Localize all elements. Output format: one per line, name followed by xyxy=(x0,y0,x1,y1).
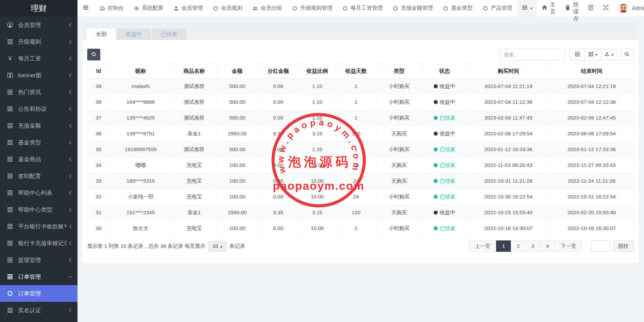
toggle-view-button[interactable] xyxy=(570,49,585,60)
sidebar-item-11[interactable]: 帮助中心类型 xyxy=(0,201,77,218)
home-button[interactable]: 主页 xyxy=(537,0,560,16)
page-jump-input[interactable] xyxy=(591,240,610,252)
record-summary-suffix: 条记录 xyxy=(229,243,245,250)
user-menu[interactable]: Admin xyxy=(613,0,644,16)
sidebar-item-5[interactable]: 公告和协议 xyxy=(0,100,77,117)
topmenu-more-dropdown[interactable]: ▾ xyxy=(517,0,537,16)
sidebar-item-13[interactable]: 银行卡充值审核记录 xyxy=(0,235,77,251)
tab-0[interactable]: 全部 xyxy=(87,29,116,40)
page-button-1[interactable]: 1 xyxy=(496,240,511,252)
status-dot xyxy=(434,84,438,88)
export-dropdown-button[interactable]: ▾ xyxy=(601,49,617,60)
table-row-33[interactable]: 33180****5315充电宝100.000.0010.0024天购买已结束2… xyxy=(88,173,634,189)
table-row-38[interactable]: 38144****6666测试推荐500.000.001.101小时购买收益中2… xyxy=(88,94,634,110)
fullscreen-button[interactable] xyxy=(598,0,613,16)
status-badge: 已结束 xyxy=(440,194,455,199)
column-header-7: 类型 xyxy=(376,64,422,79)
columns-dropdown-button[interactable]: ▾ xyxy=(585,49,601,60)
cell-end_time: 2023-07-04 12:12:36 xyxy=(550,94,633,110)
topnav-item-label: 控制台 xyxy=(108,5,124,12)
topnav-item-3[interactable]: 会员规则 xyxy=(208,0,248,16)
table-row-30[interactable]: 30徐大大充电宝100.000.0010.002小时购买已结束2022-10-1… xyxy=(88,221,634,236)
cell-nickname: 144****6666 xyxy=(110,94,171,110)
cell-status: 收益中 xyxy=(422,79,467,94)
cell-dividend: 0.00 xyxy=(258,157,299,173)
columns-icon xyxy=(6,72,14,79)
refresh-button[interactable] xyxy=(87,49,100,60)
cell-product: 基金1 xyxy=(171,205,217,221)
table-row-35[interactable]: 3518188997555测试推荐500.000.001.101小时购买已结束2… xyxy=(88,142,634,157)
yen-icon: ¥ xyxy=(6,55,14,62)
table-row-31[interactable]: 31151****2345基金12950.009.353.15120天购买收益中… xyxy=(88,205,634,221)
topnav-item-6[interactable]: 每月工资管理 xyxy=(337,0,388,16)
view-button-group: ▾ ▾ xyxy=(570,49,617,60)
next-page-button[interactable]: 下一页 xyxy=(555,240,583,252)
page-button-3[interactable]: 3 xyxy=(525,240,540,252)
cell-product: 充电宝 xyxy=(171,189,217,205)
prev-page-button[interactable]: 上一页 xyxy=(469,240,497,252)
table-row-32[interactable]: 32小泉纯一郎充电宝100.000.0010.0024小时购买已结束2022-1… xyxy=(88,189,634,205)
chevron-left-icon xyxy=(68,140,72,145)
cell-days: 24 xyxy=(336,189,376,205)
topnav-item-0[interactable]: 控制台 xyxy=(95,0,129,16)
cell-end_time: 2023-06-06 17:09:54 xyxy=(550,126,633,142)
sidebar-toggle-button[interactable] xyxy=(77,0,95,16)
sidebar-item-7[interactable]: 基金类型 xyxy=(0,134,77,151)
cell-id: 33 xyxy=(88,173,110,189)
sidebar-item-14[interactable]: 提现管理 xyxy=(0,251,77,268)
page-button-4[interactable]: 4 xyxy=(540,240,555,252)
cell-type: 天购买 xyxy=(376,126,422,142)
language-button[interactable] xyxy=(583,0,598,16)
hamburger-icon xyxy=(522,5,528,12)
cell-id: 34 xyxy=(88,157,110,173)
cell-id: 39 xyxy=(88,79,110,94)
sidebar-item-label: 公告和协议 xyxy=(18,105,66,113)
toolbar-right: ▾ ▾ xyxy=(499,49,634,60)
sidebar-item-16-sub[interactable]: 订单管理 xyxy=(0,285,77,302)
sidebar-item-10[interactable]: 帮助中心列表 xyxy=(0,184,77,201)
chevron-left-icon xyxy=(68,174,72,178)
tab-1[interactable]: 收益中 xyxy=(117,29,151,40)
sidebar-item-17[interactable]: 实名认证 xyxy=(0,302,77,319)
table-row-36[interactable]: 36138****6751基金12950.009.353.15120天购买收益中… xyxy=(88,126,634,142)
status-badge: 收益中 xyxy=(440,210,455,215)
page-jump-button[interactable]: 跳转 xyxy=(613,240,634,252)
sidebar-item-8[interactable]: 基金商品 xyxy=(0,151,77,168)
topnav-item-5[interactable]: 升级规则管理 xyxy=(287,0,337,16)
sidebar-item-3[interactable]: banner图 xyxy=(0,67,77,84)
topnav-item-8[interactable]: 基金类型 xyxy=(438,0,478,16)
pagination-group: 上一页1234下一页 xyxy=(469,240,583,252)
sidebar-item-6[interactable]: 充值金额 xyxy=(0,117,77,134)
sidebar-item-1[interactable]: 升级规则 xyxy=(0,33,77,50)
tab-2[interactable]: 已结束 xyxy=(152,29,186,40)
search-button[interactable] xyxy=(620,49,634,60)
per-page-select[interactable]: 10 ▴ xyxy=(208,241,226,251)
chevron-left-icon xyxy=(68,90,72,94)
cell-dividend: 0.00 xyxy=(258,142,299,157)
topnav-item-2[interactable]: 会员管理 xyxy=(168,0,208,16)
sidebar-item-12[interactable]: 平台银行卡收款账号 xyxy=(0,218,77,235)
clear-cache-button[interactable]: 清除缓存 xyxy=(560,0,583,16)
status-badge: 收益中 xyxy=(440,99,455,105)
table-row-34[interactable]: 34嘟嘟充电宝100.000.0010.0024天购买已结束2022-11-03… xyxy=(88,157,634,173)
topnav-item-4[interactable]: 会员分组 xyxy=(248,0,287,16)
chevron-left-icon xyxy=(68,23,72,27)
topnav-item-1[interactable]: 系统配置 xyxy=(129,0,168,16)
column-header-0: Id xyxy=(88,64,110,79)
sidebar-item-15[interactable]: 订单管理 xyxy=(0,268,77,285)
page-button-2[interactable]: 2 xyxy=(511,240,526,252)
table-row-39[interactable]: 39malashi测试推荐500.000.001.101小时购买收益中2023-… xyxy=(88,79,634,94)
cell-status: 已结束 xyxy=(422,189,467,205)
chevron-down-icon xyxy=(68,275,72,279)
cell-product: 测试推荐 xyxy=(171,79,217,94)
sidebar-item-4[interactable]: 热门资讯 xyxy=(0,84,77,100)
table-row-37[interactable]: 37135****4525测试推荐500.000.001.101小时购买已结束2… xyxy=(88,110,634,126)
topnav-item-9[interactable]: 产品管理 xyxy=(478,0,517,16)
sidebar-item-0[interactable]: 会员管理 xyxy=(0,16,77,33)
search-input[interactable] xyxy=(499,49,565,60)
sidebar-item-label: banner图 xyxy=(18,72,66,79)
topnav-item-7[interactable]: 充值金额管理 xyxy=(388,0,438,16)
circle-icon xyxy=(342,6,348,11)
sidebar-item-9[interactable]: 签到配置 xyxy=(0,168,77,184)
sidebar-item-2[interactable]: ¥每月工资 xyxy=(0,50,77,67)
